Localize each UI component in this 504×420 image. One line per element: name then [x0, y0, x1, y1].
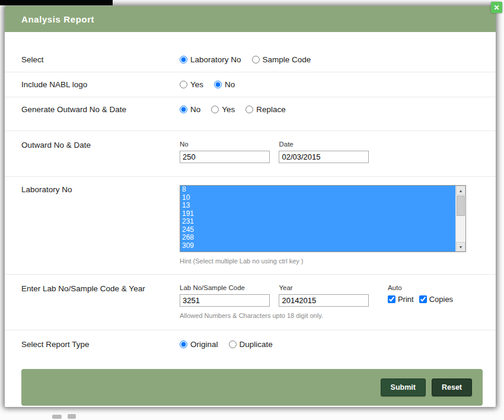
laboratory-no-listbox-items: 81013191231245268309	[180, 186, 455, 252]
print-checkbox-label: Print	[398, 295, 414, 304]
row-select-label: Select	[21, 55, 180, 64]
lab-sample-fields: Lab No/Sample Code Year Auto Print	[180, 284, 496, 319]
radio-nabl-no-label: No	[225, 80, 235, 89]
radio-nabl-no[interactable]: No	[214, 80, 235, 89]
row-outward-no-date: Outward No & Date No Date	[5, 131, 496, 177]
row-report-type-label: Select Report Type	[21, 340, 180, 349]
row-nabl-logo: Include NABL logo Yes No	[5, 72, 496, 97]
lab-sample-code-input[interactable]	[180, 294, 270, 307]
radio-original-input[interactable]	[180, 341, 187, 348]
copies-checkbox-label: Copies	[429, 295, 453, 304]
listbox-item[interactable]: 191	[180, 210, 455, 218]
outward-date-field-label: Date	[279, 141, 369, 148]
row-laboratory-no: Laboratory No 81013191231245268309 ▲ ▼ H…	[5, 177, 496, 275]
radio-sample-code-label: Sample Code	[263, 55, 311, 64]
outward-date-input[interactable]	[279, 151, 369, 163]
nabl-radio-group: Yes No	[180, 80, 496, 89]
background-page-strip	[0, 0, 113, 5]
radio-outward-replace-label: Replace	[256, 105, 286, 114]
radio-sample-code-input[interactable]	[252, 56, 260, 63]
radio-duplicate-label: Duplicate	[240, 340, 273, 349]
row-generate-outward: Generate Outward No & Date No Yes Replac…	[5, 97, 496, 131]
listbox-item[interactable]: 13	[180, 202, 455, 210]
radio-duplicate-input[interactable]	[229, 341, 237, 348]
background-page-fragment	[68, 414, 76, 419]
modal-header: Analysis Report	[5, 6, 496, 32]
scroll-down-icon[interactable]: ▼	[456, 242, 465, 252]
row-laboratory-no-label: Laboratory No	[21, 185, 180, 194]
radio-outward-replace-input[interactable]	[245, 106, 253, 113]
lab-sample-code-field-label: Lab No/Sample Code	[180, 284, 270, 291]
select-radio-group: Laboratory No Sample Code	[180, 55, 496, 64]
scrollbar-thumb[interactable]	[457, 196, 465, 216]
outward-no-field-group: No	[180, 141, 270, 163]
lab-sample-code-field-group: Lab No/Sample Code	[180, 284, 270, 307]
scroll-up-icon[interactable]: ▲	[456, 186, 465, 195]
report-type-radio-group: Original Duplicate	[180, 340, 496, 349]
background-page-fragment	[52, 415, 62, 419]
close-icon[interactable]: ✕	[491, 2, 502, 13]
radio-nabl-yes-label: Yes	[190, 80, 203, 89]
auto-label: Auto	[388, 284, 453, 291]
year-input[interactable]	[279, 294, 369, 307]
modal-footer: Submit Reset	[21, 369, 483, 406]
radio-duplicate[interactable]: Duplicate	[229, 340, 273, 349]
print-checkbox-option[interactable]: Print	[388, 295, 414, 304]
radio-original[interactable]: Original	[180, 340, 218, 349]
laboratory-no-listbox[interactable]: 81013191231245268309 ▲ ▼	[180, 185, 466, 252]
outward-no-input[interactable]	[180, 151, 270, 163]
year-field-label: Year	[279, 284, 369, 291]
reset-button[interactable]: Reset	[432, 378, 472, 396]
listbox-item[interactable]: 231	[180, 218, 455, 226]
laboratory-no-hint: Hint (Select multiple Lab no using ctrl …	[180, 257, 496, 265]
year-field-group: Year	[279, 284, 369, 307]
radio-nabl-yes-input[interactable]	[180, 81, 187, 88]
row-report-type: Select Report Type Original Duplicate	[5, 330, 496, 361]
row-select: Select Laboratory No Sample Code	[5, 47, 496, 72]
modal-body: Select Laboratory No Sample Code Include…	[5, 32, 496, 406]
copies-checkbox-option[interactable]: Copies	[419, 295, 453, 304]
radio-laboratory-no[interactable]: Laboratory No	[180, 55, 241, 64]
radio-outward-no-label: No	[190, 105, 200, 114]
generate-outward-radio-group: No Yes Replace	[180, 105, 496, 114]
outward-no-field-label: No	[180, 141, 270, 148]
radio-outward-yes[interactable]: Yes	[211, 105, 235, 114]
row-enter-lab-sample-label: Enter Lab No/Sample Code & Year	[21, 284, 180, 293]
radio-nabl-no-input[interactable]	[214, 81, 222, 88]
row-outward-no-date-label: Outward No & Date	[21, 141, 180, 149]
outward-date-field-group: Date	[279, 141, 369, 163]
radio-outward-yes-label: Yes	[222, 105, 235, 114]
radio-outward-no[interactable]: No	[180, 105, 200, 114]
outward-fields: No Date	[180, 141, 496, 163]
listbox-item[interactable]: 309	[180, 242, 455, 250]
modal-title: Analysis Report	[21, 14, 94, 24]
print-checkbox[interactable]	[388, 295, 395, 303]
radio-outward-yes-input[interactable]	[211, 106, 219, 113]
row-generate-outward-label: Generate Outward No & Date	[21, 105, 180, 114]
listbox-item[interactable]: 245	[180, 226, 455, 234]
listbox-item[interactable]: 268	[180, 234, 455, 242]
radio-outward-no-input[interactable]	[180, 106, 187, 113]
submit-button[interactable]: Submit	[381, 378, 426, 396]
listbox-item[interactable]: 8	[180, 186, 455, 194]
row-nabl-label: Include NABL logo	[21, 80, 180, 89]
radio-original-label: Original	[190, 340, 218, 349]
radio-laboratory-no-label: Laboratory No	[190, 55, 241, 64]
copies-checkbox[interactable]	[419, 295, 427, 303]
listbox-item[interactable]: 10	[180, 194, 455, 202]
auto-block: Auto Print Copies	[388, 284, 453, 304]
listbox-scrollbar[interactable]: ▲ ▼	[455, 186, 465, 252]
row-enter-lab-sample: Enter Lab No/Sample Code & Year Lab No/S…	[5, 275, 496, 330]
radio-laboratory-no-input[interactable]	[180, 56, 187, 63]
laboratory-no-control: 81013191231245268309 ▲ ▼ Hint (Select mu…	[180, 185, 496, 265]
lab-sample-hint: Allowed Numbers & Characters upto 18 dig…	[180, 312, 496, 319]
radio-nabl-yes[interactable]: Yes	[180, 80, 203, 89]
auto-checkbox-row: Print Copies	[388, 295, 453, 304]
analysis-report-modal: Analysis Report Select Laboratory No Sam…	[5, 6, 496, 407]
radio-sample-code[interactable]: Sample Code	[252, 55, 311, 64]
radio-outward-replace[interactable]: Replace	[245, 105, 286, 114]
